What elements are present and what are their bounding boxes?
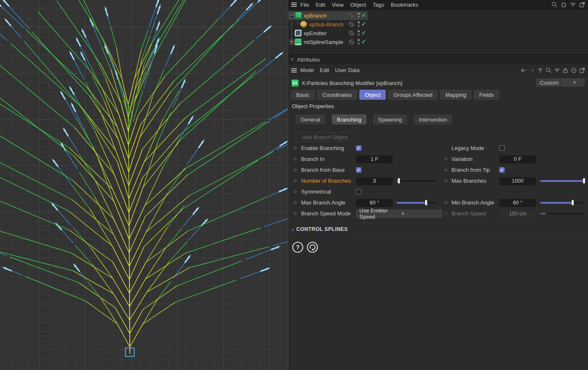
field-max-branch-angle[interactable]: 60 ° <box>356 199 393 207</box>
attributes-titlebar: × Attributes <box>288 54 588 65</box>
attr-menu-item-mode[interactable]: Mode <box>300 67 314 73</box>
back-icon[interactable] <box>520 67 527 74</box>
tab-object[interactable]: Object <box>359 90 386 100</box>
lock-icon[interactable] <box>562 67 569 74</box>
param-diamond-icon[interactable]: ◇ <box>294 179 297 183</box>
edit-toggle-icon[interactable] <box>349 13 354 18</box>
slider-max-branch-angle[interactable] <box>397 202 437 204</box>
param-diamond-icon[interactable]: ◇ <box>294 146 297 150</box>
popout-icon[interactable] <box>579 1 585 8</box>
enable-dots[interactable] <box>358 39 360 46</box>
attributes-panel-title: Attributes <box>297 57 320 63</box>
menu-item-tags[interactable]: Tags <box>373 2 384 8</box>
param-diamond-icon[interactable]: ◇ <box>444 200 448 204</box>
param-diamond-icon[interactable]: ◇ <box>294 189 297 194</box>
check-icon[interactable]: ✓ <box>361 30 366 36</box>
up-icon[interactable] <box>537 67 544 74</box>
enable-dots[interactable] <box>358 13 360 19</box>
param-diamond-icon[interactable]: ◇ <box>294 211 297 215</box>
viewport[interactable] <box>0 0 288 370</box>
checkbox-enable-branching[interactable]: ✓ <box>356 145 361 151</box>
enable-dots[interactable] <box>358 30 360 37</box>
slider-min-branch-angle[interactable] <box>540 202 585 204</box>
field-max-branches[interactable]: 1000 <box>499 177 536 185</box>
attr-menu-item-user-data[interactable]: User Data <box>335 67 360 73</box>
object-row-mtsplinesample[interactable]: mtSplineSample✓ <box>288 38 368 47</box>
attributes-menubar: ModeEditUser Data <box>288 64 588 77</box>
tab-coordinates[interactable]: Coordinates <box>317 90 357 100</box>
slider-handle[interactable] <box>572 200 574 205</box>
hamburger-icon[interactable] <box>291 3 297 7</box>
menu-item-edit[interactable]: Edit <box>316 2 325 8</box>
slider-handle[interactable] <box>425 200 427 205</box>
field-number-of-branches[interactable]: 3 <box>356 177 393 185</box>
edit-toggle-icon[interactable] <box>349 22 354 27</box>
object-row-xpsub-branch[interactable]: xpSub-Branch✓ <box>288 20 368 29</box>
checkbox-symmetrical[interactable] <box>356 189 361 194</box>
tab-basic[interactable]: Basic <box>291 90 315 100</box>
tab-fields[interactable]: Fields <box>474 90 499 100</box>
slider-number-of-branches[interactable] <box>397 180 437 182</box>
tab-groups-affected[interactable]: Groups Affected <box>388 90 438 100</box>
subtab-general[interactable]: General <box>296 114 325 124</box>
object-row-xpemitter[interactable]: xpEmitter✓ <box>288 29 368 38</box>
forward-icon[interactable] <box>529 67 535 74</box>
menu-item-bookmarks[interactable]: Bookmarks <box>391 2 418 8</box>
filter-icon[interactable] <box>570 1 576 8</box>
attr-menu-item-edit[interactable]: Edit <box>320 67 329 73</box>
add-branch-object-button[interactable]: Add Branch Object <box>296 132 354 142</box>
checkbox-branch-from-base[interactable]: ✓ <box>356 167 361 173</box>
edit-toggle-icon[interactable] <box>349 39 354 44</box>
dropdown-branch-speed-mode[interactable]: Use Emitter Speed▼ <box>356 210 442 218</box>
xp-emitter-icon <box>295 30 302 36</box>
subtab-branching[interactable]: Branching <box>332 114 366 124</box>
menu-item-file[interactable]: File <box>300 2 309 8</box>
check-icon[interactable]: ✓ <box>361 12 366 18</box>
tab-mapping[interactable]: Mapping <box>440 90 472 100</box>
field-branch-speed[interactable]: 150 cm <box>499 210 536 218</box>
field-branch-in[interactable]: 1 F <box>356 155 393 163</box>
control-splines-section[interactable]: › CONTROL SPLINES <box>292 225 348 234</box>
field-variation[interactable]: 0 F <box>499 155 536 163</box>
close-icon[interactable]: × <box>291 57 294 62</box>
search-icon[interactable] <box>551 1 558 8</box>
dropdown-value-branch-speed-mode: Use Emitter Speed <box>356 207 398 220</box>
param-diamond-icon[interactable]: ◇ <box>294 168 297 172</box>
hamburger-icon[interactable] <box>291 68 297 72</box>
reset-icon[interactable] <box>307 241 318 253</box>
filter-icon[interactable] <box>554 67 560 74</box>
param-label-variation: Variation <box>451 156 472 162</box>
slider-max-branches[interactable] <box>540 180 585 182</box>
checkbox-branch-from-tip[interactable]: ✓ <box>499 167 505 173</box>
subtab-intersection[interactable]: Intersection <box>414 114 452 124</box>
param-diamond-icon[interactable]: ◇ <box>444 157 448 161</box>
menu-item-view[interactable]: View <box>332 2 343 8</box>
param-diamond-icon[interactable]: ◇ <box>444 168 448 172</box>
chevron-down-icon[interactable]: ▼ <box>560 78 585 87</box>
popout-icon[interactable] <box>579 67 585 74</box>
check-icon[interactable]: ✓ <box>361 39 366 45</box>
checkbox-legacy-mode[interactable] <box>499 145 505 151</box>
subtab-spawning[interactable]: Spawning <box>373 114 407 124</box>
preset-dropdown[interactable]: Custom ▼ <box>536 78 585 87</box>
check-icon[interactable]: ✓ <box>361 21 366 27</box>
edit-toggle-icon[interactable] <box>349 31 354 36</box>
field-min-branch-angle[interactable]: 60 ° <box>499 199 536 207</box>
search-icon[interactable] <box>545 67 552 74</box>
object-row-xpbranch[interactable]: xpBranch✓ <box>288 11 368 20</box>
target-icon[interactable] <box>570 67 577 74</box>
slider-branch-speed[interactable] <box>540 213 585 215</box>
expand-icon[interactable] <box>290 40 294 44</box>
slider-handle[interactable] <box>583 178 585 184</box>
help-icon[interactable]: ? <box>292 241 304 253</box>
enable-dots[interactable] <box>358 21 360 28</box>
param-diamond-icon[interactable]: ◇ <box>444 179 448 183</box>
home-icon[interactable] <box>560 1 567 8</box>
mt-spline-icon <box>295 39 302 45</box>
slider-handle[interactable] <box>398 178 400 184</box>
menu-item-object[interactable]: Object <box>350 2 366 8</box>
collapse-icon[interactable] <box>290 13 294 18</box>
param-diamond-icon[interactable]: ◇ <box>294 200 297 204</box>
param-diamond-icon[interactable]: ◇ <box>444 211 448 215</box>
param-diamond-icon[interactable]: ◇ <box>294 157 297 161</box>
